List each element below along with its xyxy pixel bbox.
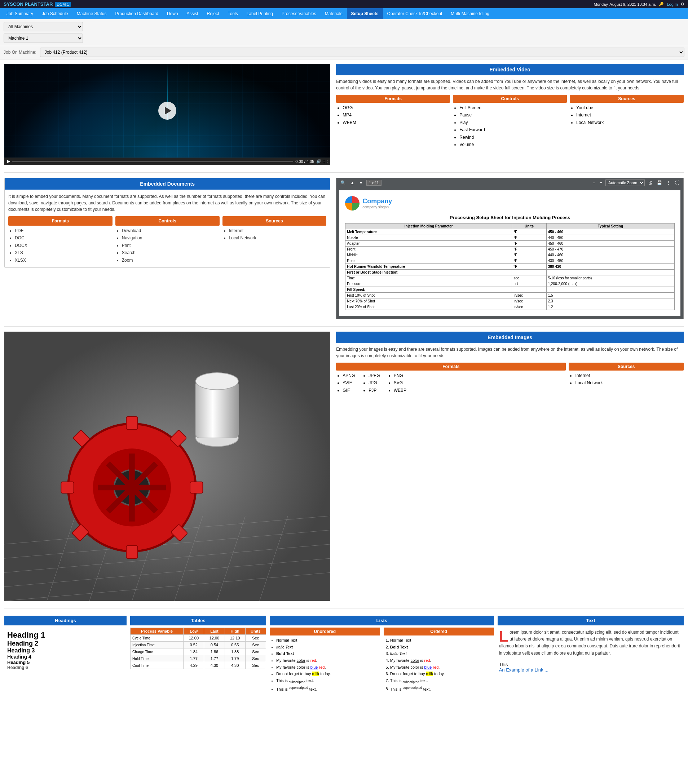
list-item: JPEG: [368, 372, 380, 379]
docs-controls-header: Controls: [115, 216, 219, 226]
heading-4: Heading 4: [7, 654, 124, 660]
list-item: Fast Forward: [459, 126, 567, 133]
nav-multi-machine[interactable]: Multi-Machine Idling: [446, 8, 493, 19]
list-item: DOC: [15, 234, 112, 242]
nav-assist[interactable]: Assist: [183, 8, 203, 19]
datetime: Monday, August 9, 2021 10:34 a.m.: [594, 2, 656, 7]
pdf-th-setting: Typical Setting: [546, 224, 674, 229]
headings-col: Headings Heading 1 Heading 2 Heading 3 H…: [4, 616, 127, 673]
svg-rect-16: [126, 546, 137, 558]
video-left: ▶ 0:00 / 4:35 🔊 ⛶: [4, 64, 330, 165]
list-item: Italic Text: [276, 644, 380, 651]
pdf-page-display: 1 of 1: [366, 180, 381, 186]
pdf-print-btn[interactable]: 🖨: [647, 180, 653, 186]
list-item: Zoom: [122, 257, 219, 264]
pdf-logo: [345, 196, 360, 211]
video-controls-col: Controls Full Screen Pause Play Fast For…: [453, 95, 567, 148]
pdf-down-btn[interactable]: ▼: [358, 180, 364, 186]
th-last: Last: [204, 628, 224, 635]
video-progress-bar[interactable]: [12, 161, 293, 162]
docs-sources-list: Internet Local Network: [223, 227, 327, 242]
video-right: Embedded Video Embedding videos is easy …: [336, 64, 684, 165]
heading-1: Heading 1: [7, 631, 124, 640]
images-left: [4, 332, 330, 601]
pdf-company-name: Company: [362, 198, 392, 205]
drop-cap: L: [499, 631, 508, 643]
machine-group-select[interactable]: All Machines: [3, 22, 83, 31]
th-low: Low: [183, 628, 204, 635]
table-row: Melt Temperature°F450 - 460: [345, 229, 675, 235]
nav-production-dashboard[interactable]: Production Dashboard: [111, 8, 162, 19]
nav-process-variables[interactable]: Process Variables: [277, 8, 320, 19]
list-item: Full Screen: [459, 104, 567, 111]
video-sources-header: Sources: [570, 95, 684, 103]
example-link[interactable]: An Example of a Link ...: [499, 667, 548, 673]
video-formats-col: Formats OGG MP4 WEBM: [336, 95, 450, 148]
settings-icon[interactable]: ⚙: [681, 2, 685, 7]
volume-icon[interactable]: 🔊: [316, 159, 321, 164]
table-row: Front°F450 - 470: [345, 247, 675, 252]
images-card-body: Embedding your images is easy and there …: [336, 346, 684, 359]
pdf-menu-btn[interactable]: ⋮: [665, 180, 672, 186]
nav-reject[interactable]: Reject: [203, 8, 224, 19]
nav-operator-checkin[interactable]: Operator Check-In/Checkout: [383, 8, 447, 19]
nav-machine-status[interactable]: Machine Status: [73, 8, 111, 19]
th-var: Process Variable: [130, 628, 183, 635]
nav-job-summary[interactable]: Job Summary: [2, 8, 38, 19]
pdf-zoom-in-btn[interactable]: +: [599, 180, 603, 186]
list-item: XLSX: [15, 257, 112, 264]
nav-down[interactable]: Down: [163, 8, 183, 19]
pdf-expand-btn[interactable]: ⛶: [674, 180, 680, 186]
list-item: Bold Text: [276, 650, 380, 657]
pdf-doc-title: Processing Setup Sheet for Injection Mol…: [345, 215, 675, 220]
play-control-icon[interactable]: ▶: [7, 159, 10, 164]
list-item: PNG: [394, 372, 406, 379]
nav-tools[interactable]: Tools: [224, 8, 242, 19]
nav-label-printing[interactable]: Label Printing: [242, 8, 277, 19]
pdf-viewer: 🔍 ▲ ▼ 1 of 1 − + Automatic Zoom 🖨 💾 ⋮ ⛶: [336, 178, 684, 319]
login-icon: 🔑: [659, 2, 664, 7]
tables-col: Tables Process Variable Low Last High Un…: [130, 616, 266, 669]
fullscreen-icon[interactable]: ⛶: [323, 159, 327, 164]
list-item: This is superscripted text.: [390, 685, 494, 692]
video-sources-list: YouTube Internet Local Network: [570, 104, 684, 126]
nav-bar: Job Summary Job Schedule Machine Status …: [0, 8, 688, 19]
docs-card-body: It is simple to embed your documents. Ma…: [5, 189, 330, 267]
docs-sources-header: Sources: [223, 216, 327, 226]
docs-card: Embedded Documents It is simple to embed…: [4, 178, 330, 268]
table-row: Cycle Time12.0012.0012.10Sec: [130, 635, 266, 642]
job-select[interactable]: Job 412 (Product 412): [40, 48, 685, 57]
images-formats-col: Formats APNG AVIF GIF JPEG JPG PJP: [336, 362, 566, 394]
login-link[interactable]: Log In: [667, 2, 678, 7]
table-row: Injection Time0.520.540.55Sec: [130, 642, 266, 649]
list-item: This is subscripted text.: [276, 677, 380, 685]
nav-job-schedule[interactable]: Job Schedule: [38, 8, 73, 19]
table-row: Pressurepsi1,200-2,000 (max): [345, 281, 675, 287]
images-formats-list-2: JPEG JPG PJP: [362, 372, 380, 394]
heading-3: Heading 3: [7, 647, 124, 654]
pdf-zoom-out-btn[interactable]: −: [592, 180, 596, 186]
nav-materials[interactable]: Materials: [320, 8, 347, 19]
images-right: Embedded Images Embedding your images is…: [336, 332, 684, 601]
ordered-list: Normal Text Bold Text Italic Text My fav…: [384, 637, 494, 692]
list-item: SVG: [394, 379, 406, 386]
list-item: MP4: [343, 111, 450, 119]
video-container[interactable]: [4, 64, 330, 158]
pdf-save-btn[interactable]: 💾: [655, 180, 663, 186]
list-item: WEBM: [343, 119, 450, 126]
headings-title: Headings: [4, 616, 127, 626]
machine-select[interactable]: Machine 1: [3, 33, 83, 43]
list-item: Local Network: [576, 119, 684, 126]
pdf-search-btn[interactable]: 🔍: [339, 180, 347, 186]
list-item: PJP: [368, 387, 380, 394]
video-bg: [4, 64, 330, 158]
pdf-zoom-select[interactable]: Automatic Zoom: [606, 180, 645, 186]
play-button[interactable]: [158, 102, 177, 120]
table-row: Charge Time1.841.861.88Sec: [130, 649, 266, 656]
bottom-row: Headings Heading 1 Heading 2 Heading 3 H…: [4, 616, 684, 692]
video-controls: ▶ 0:00 / 4:35 🔊 ⛶: [4, 158, 330, 165]
pdf-th-param: Injection Molding Parameter: [345, 224, 512, 229]
pdf-up-btn[interactable]: ▲: [349, 180, 356, 186]
nav-setup-sheets[interactable]: Setup Sheets: [347, 8, 383, 19]
pdf-th-units: Units: [512, 224, 546, 229]
